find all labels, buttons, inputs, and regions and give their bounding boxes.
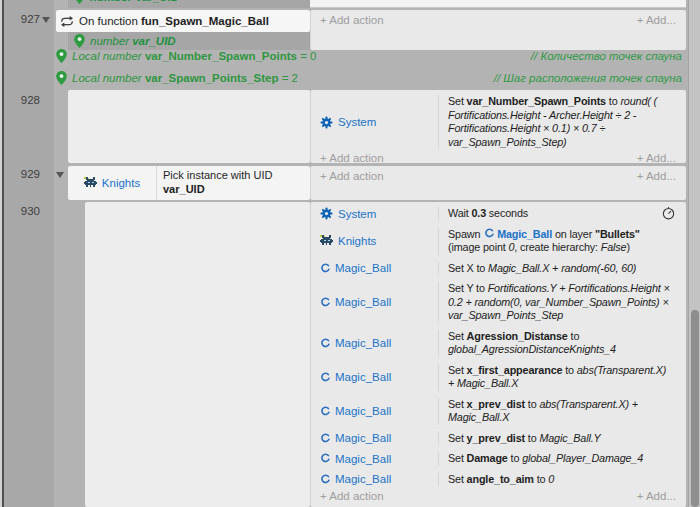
- magicball-icon: [320, 474, 330, 485]
- action-row[interactable]: SystemSet var_Number_Spawn_Points to rou…: [311, 95, 686, 149]
- knights-icon: [84, 177, 97, 189]
- action-text[interactable]: Set X to Magic_Ball.X + random(-60, 60): [438, 262, 686, 276]
- action-row[interactable]: SystemWait 0.3 seconds: [311, 207, 686, 221]
- object-cell[interactable]: Knights: [311, 235, 438, 247]
- local-variable-row[interactable]: Local number var_Spawn_Points_Step = 2 /…: [56, 69, 686, 87]
- object-cell[interactable]: Magic_Ball: [311, 453, 438, 465]
- variable-comment: // Шаг расположения точек спауна: [494, 72, 686, 84]
- object-cell[interactable]: Magic_Ball: [311, 432, 438, 444]
- action-row[interactable]: Magic_BallSet Damage to global_Player_Da…: [311, 452, 686, 466]
- local-variable-text: Local number var_Spawn_Points_Step = 2: [72, 72, 298, 84]
- function-icon: [60, 15, 74, 28]
- action-row[interactable]: Magic_BallSet angle_to_aim to 0: [311, 473, 686, 487]
- collapse-arrow-927[interactable]: [42, 17, 50, 23]
- object-label: System: [338, 208, 376, 220]
- magicball-icon: [484, 228, 494, 239]
- event-930-condition-cell[interactable]: [85, 202, 310, 507]
- event-929-action-area: + Add action + Add...: [310, 166, 686, 200]
- condition-object-cell[interactable]: Knights: [68, 166, 157, 200]
- magicball-icon: [320, 406, 330, 417]
- parameter-pin-icon: [74, 0, 85, 4]
- action-row[interactable]: Magic_BallSet X to Magic_Ball.X + random…: [311, 262, 686, 276]
- stopwatch-icon: [661, 207, 676, 221]
- object-cell[interactable]: Magic_Ball: [311, 405, 438, 417]
- add-action-button[interactable]: + Add action: [320, 170, 384, 182]
- object-label: System: [338, 116, 376, 128]
- add-more-button[interactable]: + Add...: [637, 170, 676, 182]
- e930-rows: SystemWait 0.3 secondsKnightsSpawn Magic…: [311, 207, 686, 486]
- action-text[interactable]: Set Y to Fortifications.Y + Fortificatio…: [438, 282, 686, 323]
- event-928-condition-cell[interactable]: [68, 90, 310, 163]
- variable-comment: // Количество точек спауна: [531, 50, 686, 62]
- event-number-gutter: 927 928 929 930: [4, 0, 54, 507]
- action-row[interactable]: Magic_BallSet Y to Fortifications.Y + Fo…: [311, 282, 686, 323]
- action-text[interactable]: Spawn Magic_Ball on layer "Bullets"(imag…: [438, 228, 686, 255]
- add-more-button[interactable]: + Add...: [637, 14, 676, 26]
- event-number-929[interactable]: 929: [4, 168, 40, 180]
- object-cell[interactable]: Magic_Ball: [311, 296, 438, 308]
- magicball-icon: [320, 263, 330, 274]
- action-text[interactable]: Set x_prev_dist to abs(Transparent.X) +M…: [438, 398, 686, 425]
- local-variable-text: Local number var_Number_Spawn_Points = 0: [72, 50, 317, 62]
- object-cell[interactable]: Magic_Ball: [311, 371, 438, 383]
- variable-pin-icon: [56, 49, 67, 63]
- add-action-button[interactable]: + Add action: [320, 152, 384, 163]
- object-label: Magic_Ball: [335, 371, 391, 383]
- event-number-927[interactable]: 927: [4, 13, 40, 25]
- action-text[interactable]: Wait 0.3 seconds: [438, 207, 686, 221]
- action-text[interactable]: Set y_prev_dist to Magic_Ball.Y: [438, 432, 686, 446]
- event-930-action-area: SystemWait 0.3 secondsKnightsSpawn Magic…: [310, 202, 686, 507]
- vertical-scrollbar[interactable]: [688, 0, 700, 507]
- object-label: Knights: [102, 177, 140, 189]
- variable-pin-icon: [56, 71, 67, 85]
- action-row[interactable]: Magic_BallSet Agression_Distanse togloba…: [311, 330, 686, 357]
- add-action-button[interactable]: + Add action: [320, 14, 384, 26]
- object-label: Magic_Ball: [335, 432, 391, 444]
- action-row[interactable]: KnightsSpawn Magic_Ball on layer "Bullet…: [311, 228, 686, 255]
- magicball-icon: [320, 297, 330, 308]
- action-text[interactable]: Set x_first_appearance to abs(Transparen…: [438, 364, 686, 391]
- action-row[interactable]: Magic_BallSet x_prev_dist to abs(Transpa…: [311, 398, 686, 425]
- event-number-928[interactable]: 928: [4, 94, 40, 106]
- gear-icon: [320, 116, 333, 129]
- knights-icon: [320, 235, 333, 247]
- object-cell[interactable]: System: [311, 207, 438, 220]
- previous-event-parameter-partial: number var_UID: [68, 0, 310, 8]
- collapse-arrow-929[interactable]: [56, 172, 64, 178]
- object-cell[interactable]: Magic_Ball: [311, 473, 438, 485]
- object-cell[interactable]: Magic_Ball: [311, 262, 438, 274]
- local-variable-row[interactable]: Local number var_Number_Spawn_Points = 0…: [56, 47, 686, 65]
- object-label: Magic_Ball: [335, 473, 391, 485]
- object-label: Magic_Ball: [335, 337, 391, 349]
- add-action-button[interactable]: + Add action: [320, 490, 384, 502]
- function-title: On function fun_Spawn_Magic_Ball: [79, 15, 269, 27]
- event-929-condition-block[interactable]: Knights Pick instance with UID var_UID: [68, 166, 310, 200]
- gear-icon: [320, 207, 333, 220]
- scrollbar-thumb[interactable]: [691, 310, 699, 507]
- action-text[interactable]: Set Damage to global_Player_Damage_4: [438, 452, 686, 466]
- event-927-function-block[interactable]: On function fun_Spawn_Magic_Ball: [56, 10, 310, 32]
- parameter-pin-icon: [74, 34, 85, 48]
- action-text[interactable]: Set Agression_Distanse toglobal_Agressio…: [438, 330, 686, 357]
- event-927-action-area: + Add action + Add...: [310, 10, 686, 50]
- previous-event-action-partial: [310, 0, 686, 8]
- object-label: Magic_Ball: [335, 453, 391, 465]
- object-cell[interactable]: Magic_Ball: [311, 337, 438, 349]
- action-row[interactable]: Magic_BallSet y_prev_dist to Magic_Ball.…: [311, 432, 686, 446]
- add-more-button[interactable]: + Add...: [637, 490, 676, 502]
- e928-rows: SystemSet var_Number_Spawn_Points to rou…: [311, 95, 686, 149]
- magicball-icon: [320, 372, 330, 383]
- event-number-930[interactable]: 930: [4, 205, 40, 217]
- object-label: Knights: [338, 235, 376, 247]
- object-label: Magic_Ball: [335, 262, 391, 274]
- add-more-button[interactable]: + Add...: [637, 152, 676, 163]
- action-row[interactable]: Magic_BallSet x_first_appearance to abs(…: [311, 364, 686, 391]
- event-928-action-area: SystemSet var_Number_Spawn_Points to rou…: [310, 90, 686, 163]
- object-cell[interactable]: System: [311, 116, 438, 129]
- action-text[interactable]: Set angle_to_aim to 0: [438, 473, 686, 487]
- parameter-text: number var_UID: [90, 35, 176, 47]
- magicball-icon: [320, 433, 330, 444]
- action-text[interactable]: Set var_Number_Spawn_Points to round( (F…: [438, 95, 686, 149]
- object-label: Magic_Ball: [335, 405, 391, 417]
- condition-text[interactable]: Pick instance with UID var_UID: [157, 166, 310, 200]
